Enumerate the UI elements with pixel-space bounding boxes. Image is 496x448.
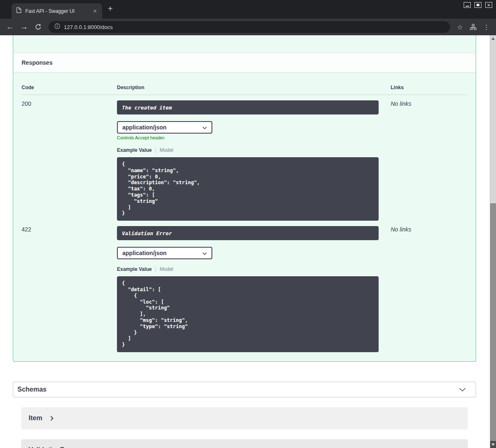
response-422-description-text: Validation Error <box>122 230 172 236</box>
response-code-200: 200 <box>22 95 117 221</box>
responses-table-wrapper: Code Description Links 200 The created i… <box>13 72 476 361</box>
responses-table: Code Description Links 200 The created i… <box>22 79 467 352</box>
extensions-icon[interactable] <box>468 22 479 32</box>
browser-tab[interactable]: Fast API - Swagger UI ✕ <box>12 3 102 19</box>
model-name: ValidationError <box>29 446 76 448</box>
example-model-tabs: Example Value Model <box>117 147 391 153</box>
post-endpoint-block: Responses Code Description Links 200 The… <box>13 35 476 362</box>
responses-title: Responses <box>22 59 53 66</box>
scroll-up-button[interactable] <box>490 35 496 42</box>
tab-divider <box>156 267 156 272</box>
schemas-title: Schemas <box>17 386 46 393</box>
chevron-down-icon <box>202 250 207 256</box>
media-type-select-200[interactable]: application/json <box>117 121 212 134</box>
address-bar[interactable]: 127.0.0.1:8000/docs <box>49 21 450 33</box>
example-value-tab[interactable]: Example Value <box>117 147 152 153</box>
response-code-422: 422 <box>22 221 117 352</box>
col-header-description: Description <box>117 79 391 95</box>
back-button[interactable]: ← <box>4 21 16 33</box>
opblock-top-gap <box>13 35 476 53</box>
page-scrollbar[interactable] <box>490 35 496 448</box>
response-422-description-box: Validation Error <box>117 226 379 240</box>
response-422-description-cell: Validation Error application/json Exampl… <box>117 221 391 352</box>
model-tab[interactable]: Model <box>160 147 173 153</box>
model-row-validationerror[interactable]: ValidationError <box>21 439 468 448</box>
schemas-models-area: Item ValidationError <box>13 397 476 448</box>
scroll-down-button[interactable] <box>490 441 496 448</box>
tab-close-icon[interactable]: ✕ <box>91 8 99 15</box>
bookmark-star-icon[interactable]: ☆ <box>455 22 465 32</box>
chevron-down-icon <box>459 386 466 393</box>
chevron-right-icon <box>50 416 53 421</box>
model-name: Item <box>29 414 42 422</box>
media-type-value: application/json <box>122 124 167 131</box>
browser-titlebar: Fast API - Swagger UI ✕ + ✕ <box>0 0 496 19</box>
model-tab[interactable]: Model <box>160 266 173 272</box>
responses-header: Responses <box>13 53 476 72</box>
window-minimize-button[interactable] <box>464 2 471 8</box>
example-json-422: { "detail": [ { "loc": [ "string" ], "ms… <box>117 276 379 352</box>
triangle-up-icon <box>491 37 495 40</box>
site-info-icon[interactable] <box>54 23 60 31</box>
triangle-down-icon <box>491 443 495 446</box>
scrollbar-thumb[interactable] <box>490 203 496 441</box>
page-content: Responses Code Description Links 200 The… <box>0 35 496 448</box>
browser-toolbar: ← → 127.0.0.1:8000/docs ☆ ⋮ <box>0 19 496 35</box>
new-tab-button[interactable]: + <box>108 5 113 13</box>
window-close-button[interactable]: ✕ <box>485 2 492 8</box>
page-icon <box>16 7 22 15</box>
window-controls: ✕ <box>464 2 492 8</box>
response-200-description-text: The created item <box>122 105 172 111</box>
response-200-description-box: The created item <box>117 100 379 114</box>
example-model-tabs: Example Value Model <box>117 266 391 272</box>
media-type-select-422[interactable]: application/json <box>117 247 212 259</box>
forward-button[interactable]: → <box>18 21 30 33</box>
model-row-item[interactable]: Item <box>21 407 468 429</box>
reload-button[interactable] <box>32 21 44 33</box>
col-header-code: Code <box>22 79 117 95</box>
chevron-down-icon <box>202 124 207 131</box>
tab-title: Fast API - Swagger UI <box>25 8 91 14</box>
tab-divider <box>156 148 156 153</box>
example-value-tab[interactable]: Example Value <box>117 266 152 272</box>
media-type-value: application/json <box>122 250 167 256</box>
response-200-description-cell: The created item application/json Contro… <box>117 95 391 221</box>
response-422-links: No links <box>391 221 467 352</box>
col-header-links: Links <box>391 79 467 95</box>
response-200-links: No links <box>391 95 467 221</box>
example-json-200: { "name": "string", "price": 0, "descrip… <box>117 157 379 221</box>
accept-header-note: Controls Accept header. <box>117 135 391 140</box>
url-text: 127.0.0.1:8000/docs <box>64 24 113 30</box>
schemas-section-header[interactable]: Schemas <box>13 382 476 397</box>
browser-menu-icon[interactable]: ⋮ <box>481 22 492 32</box>
window-maximize-button[interactable] <box>474 2 481 8</box>
